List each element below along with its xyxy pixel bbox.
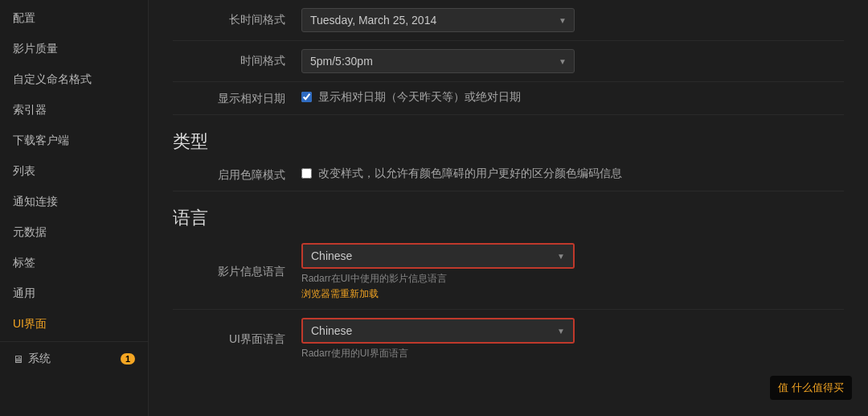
colorblind-control: 改变样式，以允许有颜色障碍的用户更好的区分颜色编码信息 [301, 167, 844, 181]
movie-info-lang-control: Chinese English French German Japanese R… [301, 243, 844, 301]
sidebar-item-label: 列表 [13, 164, 35, 179]
time-format-label: 时间格式 [173, 54, 301, 68]
relative-date-row: 显示相对日期 显示相对日期（今天昨天等）或绝对日期 [173, 82, 844, 115]
section-language-header: 语言 [173, 192, 844, 235]
sidebar-item-label: 系统 [28, 352, 51, 366]
sidebar-item-download-client[interactable]: 下载客户端 [0, 126, 148, 156]
relative-date-label: 显示相对日期 [173, 90, 301, 106]
sidebar-item-label: 影片质量 [13, 42, 58, 56]
sidebar-item-label: 索引器 [13, 103, 47, 117]
ui-lang-block: Chinese English French German Japanese R… [301, 318, 575, 360]
sidebar-item-naming-format[interactable]: 自定义命名格式 [0, 64, 148, 95]
sidebar-item-notification[interactable]: 通知连接 [0, 187, 148, 217]
sidebar-item-system[interactable]: 🖥 系统 1 [0, 344, 148, 374]
ui-lang-select[interactable]: Chinese English French German Japanese [303, 319, 573, 342]
time-format-control: 5pm/5:30pm 17:00/17:30 [301, 49, 844, 73]
long-date-format-label: 长时间格式 [173, 13, 301, 27]
ui-lang-label: UI界面语言 [173, 332, 301, 347]
long-date-format-select[interactable]: Tuesday, March 25, 2014 Tuesday March 25… [301, 8, 575, 32]
sidebar-separator [0, 341, 148, 342]
movie-info-lang-row: 影片信息语言 Chinese English French German Jap… [173, 235, 844, 310]
relative-date-checkbox-label[interactable]: 显示相对日期（今天昨天等）或绝对日期 [301, 90, 521, 105]
ui-lang-row: UI界面语言 Chinese English French German Jap… [173, 310, 844, 369]
ui-lang-control: Chinese English French German Japanese R… [301, 318, 844, 360]
long-date-format-row: 长时间格式 Tuesday, March 25, 2014 Tuesday Ma… [173, 0, 844, 41]
sidebar-item-movie-quality[interactable]: 影片质量 [0, 34, 148, 64]
watermark: 值 什么值得买 [770, 376, 852, 400]
ui-lang-select-wrapper: Chinese English French German Japanese [301, 318, 575, 344]
movie-info-lang-warning: 浏览器需重新加载 [301, 287, 575, 301]
relative-date-checkbox[interactable] [301, 92, 312, 102]
sidebar-item-label: 配置 [13, 11, 35, 26]
sidebar-item-general[interactable]: 通用 [0, 278, 148, 309]
sidebar-item-config[interactable]: 配置 [0, 3, 148, 34]
long-date-format-select-wrapper: Tuesday, March 25, 2014 Tuesday March 25… [301, 8, 575, 32]
sidebar-item-label: 元数据 [13, 225, 47, 240]
time-format-row: 时间格式 5pm/5:30pm 17:00/17:30 [173, 41, 844, 82]
sidebar-item-indexer[interactable]: 索引器 [0, 95, 148, 126]
sidebar-item-metadata[interactable]: 元数据 [0, 217, 148, 248]
monitor-icon: 🖥 [13, 353, 23, 365]
system-badge: 1 [121, 353, 135, 365]
sidebar-item-label: UI界面 [13, 317, 47, 332]
watermark-text: 值 什么值得买 [778, 381, 844, 393]
movie-info-lang-select-wrapper: Chinese English French German Japanese [301, 243, 575, 269]
colorblind-row: 启用色障模式 改变样式，以允许有颜色障碍的用户更好的区分颜色编码信息 [173, 159, 844, 192]
colorblind-checkbox-label[interactable]: 改变样式，以允许有颜色障碍的用户更好的区分颜色编码信息 [301, 167, 622, 181]
sidebar-item-label: 自定义命名格式 [13, 72, 92, 87]
movie-info-lang-description: Radarr在UI中使用的影片信息语言 [301, 272, 575, 286]
main-content: 长时间格式 Tuesday, March 25, 2014 Tuesday Ma… [149, 0, 868, 416]
sidebar-item-label: 下载客户端 [13, 134, 69, 148]
colorblind-checkbox[interactable] [301, 168, 312, 179]
time-format-select[interactable]: 5pm/5:30pm 17:00/17:30 [301, 49, 575, 73]
sidebar-item-ui[interactable]: UI界面 [0, 309, 148, 340]
sidebar-item-label: 通用 [13, 286, 35, 301]
sidebar: 配置 影片质量 自定义命名格式 索引器 下载客户端 列表 通知连接 元数据 标签… [0, 0, 149, 416]
long-date-format-control: Tuesday, March 25, 2014 Tuesday March 25… [301, 8, 844, 32]
movie-info-lang-label: 影片信息语言 [173, 265, 301, 279]
ui-lang-description: Radarr使用的UI界面语言 [301, 347, 575, 360]
time-format-select-wrapper: 5pm/5:30pm 17:00/17:30 [301, 49, 575, 73]
colorblind-label: 启用色障模式 [173, 167, 301, 183]
sidebar-item-list[interactable]: 列表 [0, 156, 148, 187]
colorblind-description: 改变样式，以允许有颜色障碍的用户更好的区分颜色编码信息 [318, 167, 622, 181]
relative-date-description: 显示相对日期（今天昨天等）或绝对日期 [318, 90, 521, 105]
movie-info-lang-select[interactable]: Chinese English French German Japanese [303, 245, 573, 267]
relative-date-control: 显示相对日期（今天昨天等）或绝对日期 [301, 90, 844, 105]
sidebar-item-label: 通知连接 [13, 195, 58, 209]
sidebar-item-label: 标签 [13, 256, 35, 270]
section-type-header: 类型 [173, 115, 844, 159]
movie-info-lang-block: Chinese English French German Japanese R… [301, 243, 575, 301]
sidebar-item-tags[interactable]: 标签 [0, 248, 148, 278]
